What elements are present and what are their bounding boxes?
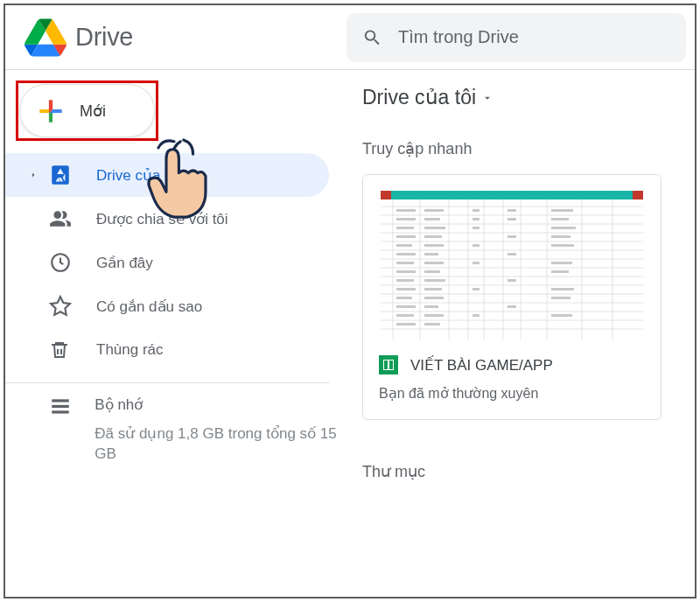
svg-rect-73 — [551, 297, 570, 299]
svg-rect-48 — [508, 235, 516, 238]
file-subtitle: Bạn đã mở thường xuyên — [379, 385, 645, 402]
svg-rect-43 — [424, 227, 445, 229]
search-bar[interactable] — [346, 13, 686, 62]
svg-rect-64 — [396, 279, 414, 282]
new-button[interactable]: Mới — [19, 84, 155, 137]
svg-rect-52 — [472, 244, 480, 247]
svg-rect-70 — [551, 288, 574, 290]
svg-rect-77 — [396, 314, 414, 317]
svg-rect-65 — [424, 279, 445, 282]
storage-detail: Đã sử dụng 1,8 GB trong tổng số 15 GB — [94, 424, 346, 465]
sidebar-item-label: Gần đây — [96, 254, 153, 272]
new-button-label: Mới — [80, 102, 106, 121]
svg-rect-61 — [396, 270, 416, 273]
svg-rect-80 — [551, 314, 572, 317]
sidebar-item-trash[interactable]: Thùng rác — [5, 328, 329, 372]
svg-rect-60 — [551, 262, 572, 264]
svg-rect-58 — [424, 262, 444, 264]
sidebar-item-recent[interactable]: Gần đây — [5, 241, 329, 284]
breadcrumb[interactable]: Drive của tôi — [354, 86, 686, 109]
svg-rect-67 — [396, 288, 416, 290]
quick-access-title: Truy cập nhanh — [354, 139, 686, 158]
sheets-file-icon — [379, 355, 398, 374]
file-thumbnail — [363, 175, 661, 341]
spreadsheet-preview-image — [381, 191, 643, 341]
svg-rect-63 — [551, 270, 569, 273]
sidebar-item-label: Thùng rác — [96, 341, 164, 359]
svg-rect-82 — [424, 323, 440, 326]
svg-rect-5 — [381, 191, 391, 200]
svg-rect-34 — [472, 209, 480, 212]
svg-rect-68 — [424, 288, 442, 290]
main-content: Drive của tôi Truy cập nhanh — [346, 70, 695, 597]
dropdown-caret-icon — [481, 92, 494, 104]
sidebar-item-my-drive[interactable]: Drive của tôi — [5, 153, 329, 197]
divider — [5, 382, 329, 383]
sidebar-item-shared[interactable]: Được chia sẻ với tôi — [5, 197, 329, 241]
svg-rect-46 — [396, 235, 416, 238]
svg-rect-39 — [472, 218, 480, 220]
svg-rect-2 — [52, 405, 69, 408]
svg-rect-76 — [508, 305, 516, 308]
storage-icon — [49, 396, 72, 465]
svg-rect-59 — [472, 262, 480, 264]
sidebar-item-label: Được chia sẻ với tôi — [96, 210, 228, 228]
shared-icon — [49, 207, 74, 230]
svg-rect-81 — [396, 323, 416, 326]
svg-rect-55 — [424, 253, 438, 256]
drive-logo-icon — [24, 17, 66, 59]
svg-rect-3 — [52, 410, 69, 413]
svg-rect-47 — [424, 235, 442, 238]
svg-rect-54 — [396, 253, 416, 256]
header: Drive — [5, 5, 695, 70]
svg-rect-71 — [396, 297, 412, 299]
app-name: Drive — [75, 23, 133, 52]
svg-rect-41 — [551, 218, 569, 220]
svg-rect-42 — [396, 227, 414, 229]
svg-rect-74 — [396, 305, 416, 308]
svg-rect-36 — [551, 209, 573, 212]
plus-multicolor-icon — [34, 94, 67, 128]
search-icon — [362, 26, 382, 49]
svg-rect-69 — [472, 288, 480, 290]
svg-rect-33 — [424, 209, 444, 212]
trash-icon — [49, 340, 74, 360]
star-icon — [49, 295, 74, 318]
file-name: VIẾT BÀI GAME/APP — [410, 356, 553, 374]
svg-rect-56 — [508, 253, 516, 256]
svg-rect-75 — [424, 305, 438, 308]
svg-rect-4 — [381, 191, 643, 200]
sidebar: Mới Drive của tôi — [5, 70, 346, 597]
svg-rect-44 — [472, 227, 480, 229]
chevron-right-icon — [28, 170, 42, 180]
sidebar-item-label: Drive của tôi — [96, 166, 180, 185]
svg-rect-51 — [424, 244, 444, 247]
svg-rect-45 — [551, 227, 576, 229]
folders-section-title: Thư mục — [354, 462, 686, 481]
svg-rect-38 — [424, 218, 440, 220]
svg-rect-62 — [424, 270, 440, 273]
app-logo-area[interactable]: Drive — [5, 17, 346, 59]
svg-rect-66 — [508, 279, 516, 282]
svg-rect-40 — [508, 218, 516, 220]
svg-rect-79 — [472, 314, 480, 317]
svg-rect-32 — [396, 209, 416, 212]
search-input[interactable] — [398, 27, 670, 47]
svg-rect-50 — [396, 244, 412, 247]
sidebar-item-storage[interactable]: Bộ nhớ Đã sử dụng 1,8 GB trong tổng số 1… — [5, 396, 346, 465]
svg-rect-6 — [633, 191, 643, 200]
svg-rect-53 — [551, 244, 574, 247]
svg-rect-78 — [424, 314, 444, 317]
quick-access-card[interactable]: VIẾT BÀI GAME/APP Bạn đã mở thường xuyên — [362, 174, 662, 420]
storage-title: Bộ nhớ — [94, 396, 346, 414]
sidebar-nav: Drive của tôi Được chia sẻ với tôi Gần đ… — [5, 153, 346, 372]
svg-rect-72 — [424, 297, 444, 299]
my-drive-icon — [49, 164, 74, 186]
svg-rect-35 — [508, 209, 516, 212]
clock-icon — [49, 251, 74, 274]
svg-rect-49 — [551, 235, 570, 238]
svg-rect-1 — [52, 399, 69, 402]
sidebar-item-label: Có gắn dấu sao — [96, 298, 202, 316]
sidebar-item-starred[interactable]: Có gắn dấu sao — [5, 284, 329, 328]
svg-rect-57 — [396, 262, 414, 264]
